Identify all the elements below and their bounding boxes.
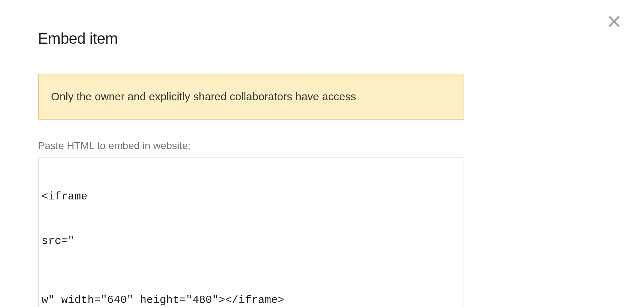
dialog-title: Embed item xyxy=(38,30,464,47)
close-button[interactable] xyxy=(605,13,623,31)
embed-code-box[interactable]: <iframe src=" w" width="640" height="480… xyxy=(38,157,464,307)
redacted-url xyxy=(42,249,433,262)
close-icon xyxy=(608,15,621,29)
embed-field-label: Paste HTML to embed in website: xyxy=(38,140,464,152)
code-line-3: w" width="640" height="480"></iframe> xyxy=(42,293,461,307)
warning-text: Only the owner and explicitly shared col… xyxy=(51,90,451,103)
code-line-2: src=" xyxy=(42,234,461,263)
embed-dialog: Embed item Only the owner and explicitly… xyxy=(38,30,464,307)
access-warning-banner: Only the owner and explicitly shared col… xyxy=(38,74,464,120)
code-line-1: <iframe xyxy=(42,189,461,204)
code-src-prefix: src=" xyxy=(42,235,74,247)
